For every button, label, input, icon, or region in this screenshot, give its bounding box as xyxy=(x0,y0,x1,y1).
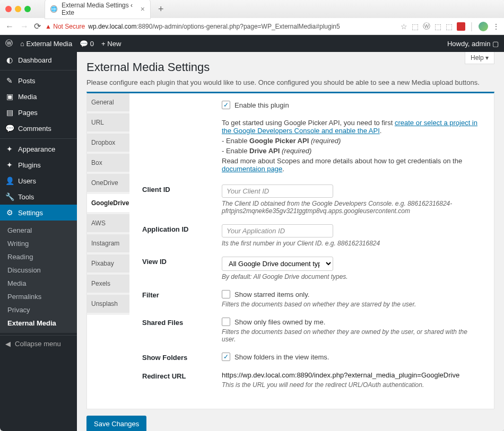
tab-title: External Media Settings ‹ Exte xyxy=(62,2,136,16)
close-icon[interactable]: × xyxy=(141,5,145,13)
sidebar-item-plugins[interactable]: ✦Plugins xyxy=(0,157,77,173)
back-button[interactable]: ← xyxy=(4,22,15,31)
plugin-icon: ✦ xyxy=(5,161,14,169)
sidebar-item-tools[interactable]: 🔧Tools xyxy=(0,189,77,205)
view-id-hint: By default: All Google Drive document ty… xyxy=(222,273,481,280)
content-area: Help ▾ External Media Settings Please co… xyxy=(77,52,504,431)
sidebar-item-settings[interactable]: ⚙Settings xyxy=(0,205,77,221)
sidebar-item-users[interactable]: 👤Users xyxy=(0,173,77,189)
extension-red-icon[interactable] xyxy=(457,22,465,31)
extension-icon-3[interactable]: ⬚ xyxy=(446,22,453,31)
comments-link[interactable]: 💬 0 xyxy=(80,40,94,48)
wordpress-logo-icon[interactable]: ⓦ xyxy=(5,39,13,48)
save-changes-button[interactable]: Save Changes xyxy=(86,416,146,431)
folders-label: Show Folders xyxy=(142,353,222,362)
tab-googledrive[interactable]: GoogleDrive xyxy=(87,194,129,214)
intro-text: To get started using Google Picker API, … xyxy=(222,119,481,135)
filter-label: Filter xyxy=(142,290,222,299)
sub-privacy[interactable]: Privacy xyxy=(0,303,77,316)
new-tab-button[interactable]: + xyxy=(158,4,164,15)
shared-checkbox[interactable] xyxy=(222,318,230,326)
page-icon: ▤ xyxy=(5,108,14,117)
folders-checkbox[interactable] xyxy=(222,353,230,361)
sidebar-item-media[interactable]: ▣Media xyxy=(0,89,77,104)
form-column: Enable this plugin To get started using … xyxy=(129,93,494,409)
howdy-user[interactable]: Howdy, admin ▢ xyxy=(447,40,499,48)
url-text: wp.dev.local.com:8890/wp-admin/options-g… xyxy=(88,23,340,30)
documentation-link[interactable]: documentaion page xyxy=(222,165,282,173)
sidebar-item-comments[interactable]: 💬Comments xyxy=(0,120,77,136)
filter-hint: Filters the documents based on whether t… xyxy=(222,301,481,308)
window-close-dot[interactable] xyxy=(5,6,12,12)
enable-plugin-checkbox[interactable] xyxy=(222,101,230,109)
app-id-input[interactable] xyxy=(222,224,333,238)
settings-icon: ⚙ xyxy=(5,208,14,217)
tab-aws[interactable]: AWS xyxy=(87,214,129,234)
browser-tab[interactable]: 🌐 External Media Settings ‹ Exte × xyxy=(45,0,151,19)
folders-check-label: Show folders in the view items. xyxy=(234,353,329,361)
enable-api-1: - Enable Google Picker API (required) xyxy=(222,137,481,145)
comment-icon: 💬 xyxy=(5,124,14,133)
menu-icon[interactable]: ⋮ xyxy=(492,22,500,31)
help-tab[interactable]: Help ▾ xyxy=(465,52,494,64)
sidebar-item-posts[interactable]: ✎Posts xyxy=(0,73,77,89)
user-icon: 👤 xyxy=(5,177,14,185)
page-description: Please configure each plugin that you wo… xyxy=(86,78,494,86)
sub-external-media[interactable]: External Media xyxy=(0,316,77,330)
pin-icon: ✎ xyxy=(5,76,14,85)
sub-media[interactable]: Media xyxy=(0,277,77,290)
view-id-select[interactable]: All Google Drive document types. xyxy=(222,257,333,271)
extension-icon[interactable]: ⬚ xyxy=(412,22,419,31)
media-icon: ▣ xyxy=(5,92,14,101)
sidebar-item-dashboard[interactable]: ◐Dashboard xyxy=(0,52,77,68)
comment-icon: 💬 xyxy=(80,40,88,48)
wp-admin-bar: ⓦ ⌂ External Media 💬 0 + New Howdy, admi… xyxy=(0,35,504,52)
profile-avatar[interactable] xyxy=(479,22,488,31)
plugin-tabs: General URL Dropbox Box OneDrive GoogleD… xyxy=(87,93,129,409)
sidebar-item-appearance[interactable]: ✦Appearance xyxy=(0,141,77,157)
tab-pexels[interactable]: Pexels xyxy=(87,275,129,295)
filter-checkbox[interactable] xyxy=(222,290,230,298)
tab-dropbox[interactable]: Dropbox xyxy=(87,134,129,154)
settings-submenu: General Writing Reading Discussion Media… xyxy=(0,221,77,333)
app-id-label: Application ID xyxy=(142,224,222,233)
dashboard-icon: ◐ xyxy=(5,56,14,64)
tab-url[interactable]: URL xyxy=(87,113,129,134)
address-bar: ← → ⟳ Not Secure wp.dev.local.com:8890/w… xyxy=(0,18,504,35)
tab-box[interactable]: Box xyxy=(87,154,129,174)
shared-hint: Filters the documents based on whether t… xyxy=(222,328,481,343)
sub-writing[interactable]: Writing xyxy=(0,237,77,250)
new-link[interactable]: + New xyxy=(101,40,121,48)
site-link[interactable]: ⌂ External Media xyxy=(20,40,72,48)
tab-general[interactable]: General xyxy=(87,93,129,113)
forward-button[interactable]: → xyxy=(19,22,30,31)
window-min-dot[interactable] xyxy=(15,6,21,12)
tab-unsplash[interactable]: Unsplash xyxy=(87,295,129,315)
redirect-label: Redirect URL xyxy=(142,371,222,380)
settings-panel: General URL Dropbox Box OneDrive GoogleD… xyxy=(86,92,494,409)
collapse-menu[interactable]: ◀Collapse menu xyxy=(0,335,77,352)
sub-permalinks[interactable]: Permalinks xyxy=(0,290,77,303)
sidebar-item-pages[interactable]: ▤Pages xyxy=(0,104,77,120)
client-id-input[interactable] xyxy=(222,184,333,198)
client-id-hint: The Client ID obtained from the Google D… xyxy=(222,200,481,215)
view-id-label: View ID xyxy=(142,257,222,266)
user-avatar-icon: ▢ xyxy=(492,40,499,48)
tab-onedrive[interactable]: OneDrive xyxy=(87,174,129,194)
wordpress-icon[interactable]: ⓦ xyxy=(423,22,430,31)
toolbar-icons: ☆ ⬚ ⓦ ⬚ ⬚ │ ⋮ xyxy=(401,22,500,31)
tab-pixabay[interactable]: Pixabay xyxy=(87,254,129,275)
bookmark-icon[interactable]: ☆ xyxy=(401,22,407,31)
brush-icon: ✦ xyxy=(5,145,14,153)
sub-reading[interactable]: Reading xyxy=(0,250,77,263)
home-icon: ⌂ xyxy=(20,40,24,48)
client-id-label: Client ID xyxy=(142,184,222,193)
reload-button[interactable]: ⟳ xyxy=(34,21,41,31)
page-title: External Media Settings xyxy=(86,60,494,74)
extension-icon-2[interactable]: ⬚ xyxy=(435,22,441,31)
window-max-dot[interactable] xyxy=(24,6,31,12)
tab-instagram[interactable]: Instagram xyxy=(87,234,129,254)
url-box[interactable]: Not Secure wp.dev.local.com:8890/wp-admi… xyxy=(45,23,396,30)
sub-general[interactable]: General xyxy=(0,224,77,237)
sub-discussion[interactable]: Discussion xyxy=(0,263,77,277)
